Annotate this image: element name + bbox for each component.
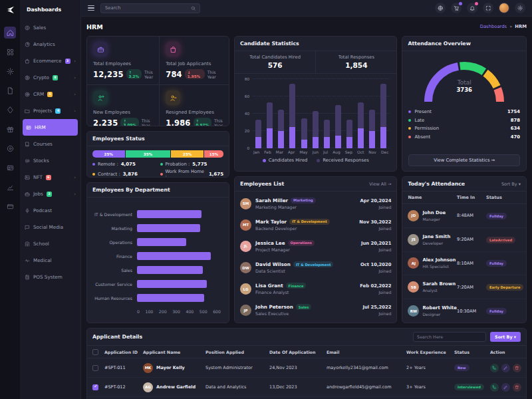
rail-settings-gear-icon[interactable]	[4, 65, 16, 77]
breadcrumb-dashboards[interactable]: Dashboards	[480, 24, 507, 29]
stat-resigned-employees: Resigned Employees 1,986↑ 0.97%This Year	[160, 85, 229, 126]
rail-disc-icon[interactable]	[4, 142, 16, 154]
fullscreen-button[interactable]	[483, 3, 493, 13]
attendance-overview-card: Attendance Overview Total 3736 Present17…	[402, 36, 527, 172]
sidebar-item-projects[interactable]: Projects4›	[20, 102, 80, 119]
delta-badge: ↑ 3.2%	[126, 69, 142, 79]
attendance-row: JDJohn DoeManager 8:48AM Fullday	[402, 204, 526, 228]
status-segment-wfh: 15%	[204, 150, 223, 158]
edit-button[interactable]	[501, 364, 510, 372]
rail-gift-icon[interactable]	[4, 123, 16, 135]
applicant-search-input[interactable]	[417, 334, 482, 340]
sidebar-item-nft[interactable]: NFT6›	[20, 169, 80, 186]
select-all-checkbox[interactable]	[92, 349, 98, 355]
status-segment-probation: 35%	[126, 150, 171, 158]
pulse-icon	[25, 258, 30, 263]
badge: 5	[47, 92, 53, 97]
row-checkbox[interactable]	[92, 384, 98, 390]
sidebar-item-social-media[interactable]: Social Media	[20, 219, 80, 235]
sidebar-item-courses[interactable]: Courses	[20, 136, 80, 152]
delta-badge: ↑ 3.09%	[120, 118, 138, 126]
rail-chart-line-icon[interactable]	[4, 181, 16, 193]
sidebar-item-analytics[interactable]: Analytics	[20, 36, 80, 53]
sidebar-item-pos-system[interactable]: POS System	[20, 269, 80, 285]
delete-button[interactable]	[513, 383, 521, 392]
folder-icon	[25, 108, 30, 114]
rail-home-icon[interactable]	[4, 27, 16, 39]
attendance-row: AJAlex JohnsonHR Specialist 8:10AM Fulld…	[402, 252, 526, 276]
sidebar-item-podcast[interactable]: Podcast	[20, 202, 80, 219]
rail-file-icon[interactable]	[4, 84, 16, 96]
legend-dot	[408, 136, 411, 138]
call-button[interactable]	[490, 383, 499, 392]
page-title: HRM	[86, 23, 103, 31]
call-button[interactable]	[490, 364, 499, 372]
stat-total-job-applicants: Total Job Applicants 784↓ 1.95%This Year	[160, 37, 229, 84]
dollar-icon	[25, 25, 30, 31]
bar-sales	[137, 266, 203, 274]
row-checkbox[interactable]	[92, 365, 98, 371]
sidebar-item-stocks[interactable]: Stocks	[20, 152, 80, 169]
breadcrumb-current: HRM	[515, 24, 527, 29]
settings-button[interactable]	[515, 3, 525, 13]
avatar: SM	[240, 198, 251, 209]
image-icon	[25, 175, 30, 180]
applicant-search[interactable]	[413, 332, 486, 342]
cart-button[interactable]	[451, 3, 462, 13]
avatar: DW	[240, 262, 251, 273]
sidebar-title: Dashboards	[20, 5, 80, 19]
topbar	[81, 0, 532, 17]
coin-icon	[25, 75, 30, 80]
legend-dot	[263, 159, 266, 162]
chevron-right-icon: ›	[74, 192, 76, 197]
attendance-row: JSJane SmithDeveloper 9:20AM LateArrived	[402, 228, 526, 252]
calculator-icon	[25, 275, 30, 280]
id-badge-icon	[26, 125, 31, 130]
rail-diamond-icon[interactable]	[4, 104, 16, 116]
employee-row: MT Mark TaylorIT & DevelopmentBackend De…	[240, 219, 391, 231]
sidebar-item-crypto[interactable]: Crypto8›	[20, 69, 80, 86]
stat-new-employees: New Employees 2,235↑ 3.09%This Year	[87, 85, 159, 126]
rail-apps-grid-icon[interactable]	[4, 46, 16, 58]
sidebar-item-medical[interactable]: Medical	[20, 252, 80, 269]
badge: 2	[47, 192, 52, 197]
menu-toggle-icon[interactable]	[88, 5, 94, 11]
legend-dot	[408, 127, 411, 130]
delta-badge: ↓ 1.95%	[185, 69, 205, 79]
sidebar-item-sales[interactable]: Sales	[20, 19, 80, 36]
cart-badge	[459, 2, 462, 5]
rail-wallet-icon[interactable]	[4, 200, 16, 212]
breadcrumb: Dashboards » HRM	[480, 24, 527, 29]
search-input[interactable]	[105, 5, 188, 11]
cart-icon	[454, 5, 460, 11]
sidebar-item-hrm[interactable]: HRM	[23, 119, 78, 136]
book-icon	[25, 142, 30, 147]
gear-icon	[517, 5, 523, 11]
app-logo-icon	[5, 5, 15, 15]
status-segment-remote: 25%	[92, 150, 125, 158]
view-complete-statistics-button[interactable]: View Complete Statistics →	[408, 154, 520, 166]
legend-dot	[408, 110, 411, 113]
legend-dot	[160, 173, 163, 176]
sidebar-item-crm[interactable]: CRM5›	[20, 86, 80, 102]
sidebar-item-ecommerce[interactable]: Ecommerce3›	[20, 53, 80, 69]
employee-row: LG Lisa GrantFinanceFinance Analyst Feb …	[240, 283, 391, 295]
legend-dot	[92, 163, 95, 166]
edit-button[interactable]	[501, 383, 510, 392]
rail-id-card-icon[interactable]	[4, 162, 16, 174]
sidebar-item-jobs[interactable]: Jobs2›	[20, 186, 80, 202]
user-avatar[interactable]	[499, 3, 509, 13]
sidebar-item-school[interactable]: School	[20, 235, 80, 252]
dept-badge: Sales	[296, 304, 312, 310]
expand-icon	[485, 5, 491, 11]
language-globe-button[interactable]	[435, 3, 446, 13]
view-all-link[interactable]: View All →	[369, 182, 391, 187]
employees-status-card: Employees Status 25% 35% 25% 15% Remote …	[86, 131, 229, 178]
delta-badge: ↑ 0.97%	[194, 118, 211, 126]
candidate-statistics-card: Candidate Statistics Total Candidates Hi…	[234, 36, 397, 172]
sort-by-dropdown[interactable]: Sort By ▾	[501, 182, 521, 187]
applicant-sort-by-button[interactable]: Sort By ▾	[490, 332, 521, 342]
notifications-button[interactable]	[467, 3, 477, 13]
delete-button[interactable]	[513, 364, 521, 372]
global-search[interactable]	[100, 3, 200, 13]
